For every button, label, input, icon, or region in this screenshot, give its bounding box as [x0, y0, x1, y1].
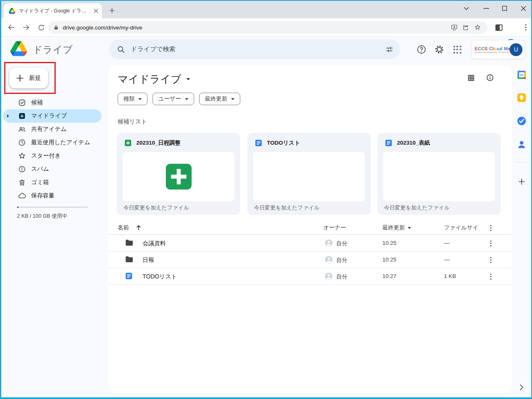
chevron-down-icon — [185, 98, 188, 100]
title-dropdown-caret-icon[interactable] — [187, 78, 190, 80]
main-content: マイドライブ 種類 ユーザー 最終更新 候補リスト — [108, 65, 512, 393]
share-icon[interactable] — [460, 22, 472, 33]
filter-chip-people[interactable]: ユーザー — [153, 93, 194, 105]
search-options-tune-icon[interactable] — [385, 45, 394, 54]
row-menu-icon[interactable] — [485, 254, 496, 265]
row-menu-icon[interactable] — [485, 271, 496, 282]
filter-chip-modified[interactable]: 最終更新 — [199, 93, 240, 105]
eccs-logo-text: ECCS Cloud Mail — [475, 46, 510, 51]
shared-people-icon — [18, 125, 26, 133]
tab-search-chevron-button[interactable] — [458, 1, 474, 16]
my-drive-icon — [18, 112, 26, 120]
reload-button[interactable] — [34, 21, 48, 34]
suggestion-card[interactable]: 202310_表紙 今日変更を加えたファイル — [377, 133, 501, 215]
tab-close-icon[interactable] — [94, 8, 99, 13]
column-header-name[interactable]: 名前 — [118, 224, 141, 232]
chevron-down-icon — [231, 98, 234, 100]
owner-avatar-icon — [325, 272, 333, 281]
grid-view-toggle-icon[interactable] — [465, 72, 477, 84]
sidebar-item-shared[interactable]: 共有アイテム — [3, 123, 101, 136]
url-text[interactable]: drive.google.com/drive/my-drive — [63, 25, 448, 31]
file-row[interactable]: 会議資料 自分 10:25 — — [108, 235, 512, 251]
bookmark-star-icon[interactable] — [472, 22, 483, 33]
tasks-icon[interactable] — [516, 115, 527, 126]
sidebar-item-trash[interactable]: ゴミ箱 — [3, 176, 101, 189]
clock-icon — [18, 138, 26, 147]
google-apps-grid-icon[interactable] — [450, 42, 464, 57]
file-thumbnail[interactable] — [383, 152, 495, 201]
account-avatar[interactable]: U — [510, 43, 522, 56]
filter-chip-type[interactable]: 種類 — [118, 93, 148, 105]
help-icon[interactable] — [414, 42, 429, 57]
browser-tab[interactable]: マイドライブ - Google ドライブ — [4, 3, 102, 18]
info-icon[interactable] — [484, 72, 496, 84]
drive-logo-icon[interactable] — [10, 41, 27, 56]
file-thumbnail[interactable] — [253, 152, 365, 201]
page-title[interactable]: マイドライブ — [118, 72, 190, 86]
forward-button[interactable] — [20, 21, 33, 34]
tab-title: マイドライブ - Google ドライブ — [19, 7, 90, 15]
browser-menu-icon[interactable] — [520, 22, 532, 33]
sidebar-item-recent[interactable]: 最近使用したアイテム — [3, 136, 101, 149]
window-close-button[interactable] — [515, 1, 531, 16]
suggestion-card[interactable]: 202310_日程調整 今日変更を加えたファイル — [117, 133, 240, 215]
storage-progress-bar — [17, 207, 88, 208]
storage-usage-text: 2 KB / 100 GB 使用中 — [17, 213, 67, 220]
keep-icon[interactable] — [516, 92, 527, 103]
window-minimize-button[interactable] — [478, 1, 494, 16]
new-tab-button[interactable] — [107, 5, 117, 15]
file-thumbnail[interactable] — [123, 152, 234, 201]
lock-icon[interactable] — [54, 25, 59, 30]
column-options-menu-icon[interactable] — [485, 222, 496, 233]
suggestions-section-label: 候補リスト — [118, 118, 147, 126]
show-side-panel-chevron-icon[interactable] — [516, 382, 527, 393]
install-app-icon[interactable] — [448, 22, 460, 33]
account-badge[interactable]: ECCS Cloud Mail Information Technology C… — [471, 40, 525, 59]
sidebar-nav: 候補 マイドライブ 共有アイテム 最近使用したアイテム スター付き — [1, 96, 105, 202]
calendar-icon[interactable]: 31 — [516, 69, 527, 80]
drive-search-bar[interactable]: ドライブで検索 — [109, 39, 400, 59]
address-bar[interactable]: drive.google.com/drive/my-drive — [48, 21, 488, 34]
column-header-owner[interactable]: オーナー — [323, 224, 346, 232]
column-header-modified[interactable]: 最終更新 — [382, 224, 411, 232]
suggestion-reason: 今日変更を加えたファイル — [123, 204, 189, 212]
sort-direction-icon — [408, 227, 411, 229]
search-input[interactable]: ドライブで検索 — [131, 45, 385, 53]
sort-ascending-arrow-icon[interactable] — [136, 225, 141, 231]
sidebar-item-spam[interactable]: スパム — [3, 163, 101, 176]
get-add-ons-plus-icon[interactable] — [516, 176, 527, 187]
docs-file-icon — [385, 139, 392, 147]
file-row[interactable]: TODOリスト 自分 10:27 1 KB — [108, 268, 512, 285]
spam-icon — [18, 165, 26, 173]
eccs-logo-subtext: Information Technology Center, The Unive… — [475, 51, 510, 53]
owner-avatar-icon — [325, 256, 333, 264]
browser-window: マイドライブ - Google ドライブ — [0, 0, 532, 399]
expand-caret-icon[interactable] — [7, 114, 9, 118]
column-header-size[interactable]: ファイルサイ — [444, 224, 478, 232]
drive-favicon-icon — [9, 8, 15, 14]
sheets-file-icon — [124, 139, 132, 147]
file-row[interactable]: 日報 自分 10:25 — — [108, 251, 512, 268]
cloud-icon — [18, 192, 26, 200]
search-icon[interactable] — [117, 45, 125, 54]
owner-avatar-icon — [325, 239, 333, 247]
new-button[interactable]: 新規 — [9, 68, 48, 89]
drive-logo-label: ドライブ — [33, 43, 73, 56]
tab-strip: マイドライブ - Google ドライブ — [1, 1, 531, 18]
side-panel-icon[interactable] — [493, 22, 505, 33]
sidebar-item-storage[interactable]: 保存容量 — [3, 189, 101, 202]
contacts-icon[interactable] — [516, 139, 527, 150]
suggestion-card[interactable]: TODOリスト 今日変更を加えたファイル — [247, 133, 371, 215]
sidebar-item-my-drive[interactable]: マイドライブ — [3, 109, 101, 123]
storage-progress-fill — [17, 207, 19, 208]
chevron-down-icon — [138, 98, 142, 100]
window-maximize-button[interactable] — [497, 1, 512, 16]
back-button[interactable] — [5, 21, 18, 34]
new-button-label: 新規 — [29, 74, 41, 82]
sidebar-item-starred[interactable]: スター付き — [3, 149, 101, 163]
suggestion-reason: 今日変更を加えたファイル — [384, 204, 450, 212]
settings-gear-icon[interactable] — [432, 42, 446, 57]
rail-divider — [516, 162, 527, 163]
sidebar-item-suggested[interactable]: 候補 — [3, 96, 101, 109]
row-menu-icon[interactable] — [485, 238, 496, 249]
